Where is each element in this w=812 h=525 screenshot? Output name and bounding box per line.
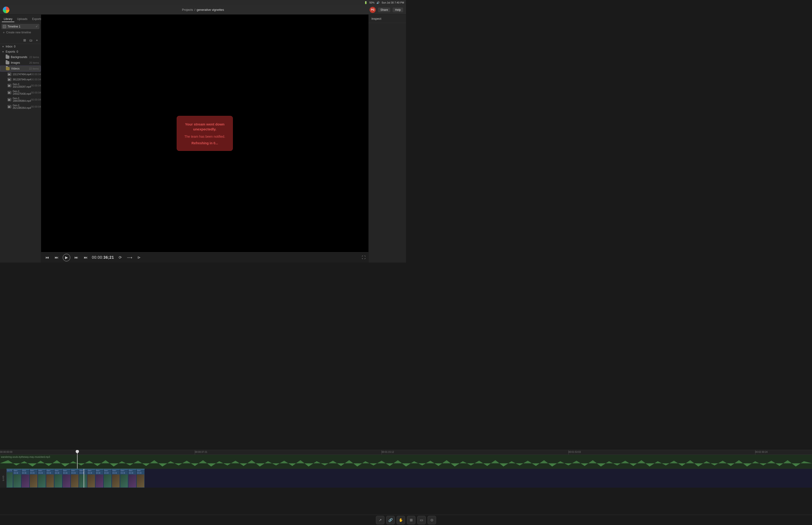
- folder-videos[interactable]: Videos 22 items: [0, 65, 41, 72]
- sidebar-tabs: Library Uploads Exports: [0, 15, 41, 22]
- project-name: generative vignettes: [197, 8, 224, 12]
- folder-videos-label: Videos: [11, 67, 19, 70]
- system-bar: 🔋 50% 🔊 Sun Jul 30 7:40 PM: [0, 0, 406, 5]
- skip-to-end-button[interactable]: ⏭: [82, 254, 89, 261]
- file-duration-4: 00:00:04: [31, 91, 41, 94]
- file-icon-5: ▶: [7, 98, 11, 101]
- grid-view-button[interactable]: ⊞: [22, 38, 27, 43]
- battery-percent: 50%: [369, 1, 374, 4]
- error-title: Your stream went downunexpectedly.: [184, 122, 225, 132]
- create-timeline-label: Create new timeline: [6, 31, 31, 34]
- preview-canvas: Your stream went downunexpectedly. The t…: [41, 15, 368, 252]
- battery-icon: 🔋: [364, 1, 367, 4]
- share-button[interactable]: Share: [378, 7, 390, 12]
- timecode-display: 00:00:36;21: [92, 255, 114, 260]
- error-refresh: Refreshing in 0...: [184, 141, 225, 145]
- timecode-current: 00:00:36;21: [92, 255, 114, 259]
- folder-images-label: Images: [11, 61, 20, 64]
- breadcrumb-separator: /: [194, 8, 195, 12]
- app-title: Projects / generative vignettes: [182, 8, 224, 12]
- breadcrumb-projects[interactable]: Projects: [182, 8, 193, 12]
- create-timeline-button[interactable]: + Create new timeline: [1, 30, 40, 35]
- play-button[interactable]: ▶: [63, 254, 70, 261]
- folder-icon-videos: [6, 67, 10, 70]
- timeline-checkmark: ✓: [35, 25, 38, 28]
- error-body: The team has been notified.: [184, 134, 225, 139]
- loop-forward-button[interactable]: ⟶: [126, 254, 133, 261]
- mute-button[interactable]: ⊳: [136, 254, 142, 261]
- file-icon-2: ▶: [7, 78, 11, 81]
- folder-view-button[interactable]: 🗂: [28, 38, 33, 43]
- datetime: Sun Jul 30 7:40 PM: [382, 1, 404, 4]
- loop-button[interactable]: ⟳: [117, 254, 123, 261]
- exports-label: Exports: [6, 50, 15, 53]
- file-icon-6: ▶: [7, 105, 11, 108]
- exports-section-header[interactable]: ▼ Exports 0: [0, 49, 41, 54]
- preview-area: Your stream went downunexpectedly. The t…: [41, 15, 368, 262]
- inbox-arrow: ▼: [2, 45, 4, 48]
- header-right: PG Share Help: [370, 7, 403, 13]
- file-name-5: Gen-2, 1880395864.mp4: [13, 97, 31, 102]
- sidebar-content: Timeline 1 ✓ + Create new timeline ⊞ 🗂 +…: [0, 22, 41, 262]
- app-logo: [3, 6, 10, 13]
- app-content: Your stream went downunexpectedly. The t…: [41, 15, 406, 262]
- timeline-icon: [3, 25, 6, 28]
- avatar: PG: [370, 7, 376, 13]
- file-duration-6: 00:00:04: [31, 105, 41, 108]
- file-1311747404[interactable]: ▶ 1311747404.mp4 00:00:04: [0, 72, 41, 77]
- error-overlay: Your stream went downunexpectedly. The t…: [177, 116, 233, 151]
- inbox-count: 0: [14, 45, 16, 48]
- tab-library[interactable]: Library: [2, 16, 14, 22]
- folder-images[interactable]: Images 20 items: [0, 60, 41, 65]
- file-icon-3: ▶: [7, 84, 11, 87]
- file-name-6: Gen-2, 2621385354.mp4: [13, 104, 31, 109]
- app-header: Projects / generative vignettes PG Share…: [0, 5, 406, 15]
- file-duration-1: 00:00:04: [31, 73, 41, 76]
- file-icon-1: ▶: [7, 73, 11, 76]
- folder-backgrounds-count: 22 items: [29, 56, 39, 59]
- add-button[interactable]: +: [34, 38, 40, 43]
- file-gen2-1880[interactable]: ▶ Gen-2, 1880395864.mp4 00:00:04: [0, 96, 41, 103]
- tab-uploads[interactable]: Uploads: [15, 16, 29, 22]
- volume-icon: 🔊: [377, 1, 380, 4]
- inbox-section-header[interactable]: ▼ Inbox 0: [0, 44, 41, 49]
- file-name-3: Gen-2, 1021169297.mp4: [13, 83, 31, 88]
- inbox-label: Inbox: [6, 45, 13, 48]
- exports-arrow: ▼: [2, 50, 4, 53]
- folder-icon-backgrounds: [6, 56, 10, 59]
- file-name-1: 1311747404.mp4: [13, 73, 31, 76]
- exports-count: 0: [17, 50, 18, 53]
- timeline-name: Timeline 1: [7, 25, 20, 28]
- sidebar: Library Uploads Exports Timeline 1 ✓ + C…: [0, 15, 41, 262]
- file-icon-4: ▶: [7, 91, 11, 94]
- file-3812287949[interactable]: ▶ 3812287949.mp4 00:00:04: [0, 77, 41, 82]
- system-bar-right: 🔋 50% 🔊 Sun Jul 30 7:40 PM: [364, 1, 404, 4]
- file-duration-2: 00:00:04: [31, 78, 41, 81]
- folder-images-count: 20 items: [29, 61, 39, 64]
- timeline-item[interactable]: Timeline 1 ✓: [1, 24, 40, 29]
- inspect-panel: Inspect: [368, 15, 406, 262]
- frame-forward-button[interactable]: ⏭: [73, 254, 80, 261]
- folder-backgrounds[interactable]: Backgrounds 22 items: [0, 54, 41, 60]
- file-duration-3: 00:00:04: [31, 84, 41, 87]
- frame-back-button[interactable]: ⏭: [53, 254, 60, 261]
- file-duration-5: 00:00:04: [31, 98, 41, 101]
- folder-videos-count: 22 items: [29, 67, 39, 70]
- inspect-header: Inspect: [369, 15, 406, 23]
- fullscreen-button[interactable]: ⛶: [362, 255, 366, 260]
- folder-backgrounds-label: Backgrounds: [11, 56, 27, 59]
- folder-icon-images: [6, 61, 10, 64]
- main-layout: Library Uploads Exports Timeline 1 ✓ + C…: [0, 15, 406, 262]
- plus-icon: +: [3, 31, 5, 34]
- top-content: Your stream went downunexpectedly. The t…: [41, 15, 406, 262]
- timeline-section: Timeline 1 ✓ + Create new timeline: [0, 22, 41, 37]
- help-button[interactable]: Help: [393, 7, 403, 12]
- file-gen2-1455[interactable]: ▶ Gen-2, 1455275430.mp4 00:00:04: [0, 89, 41, 96]
- sidebar-toolbar: ⊞ 🗂 +: [0, 37, 41, 44]
- file-gen2-1021[interactable]: ▶ Gen-2, 1021169297.mp4 00:00:04: [0, 82, 41, 89]
- skip-to-start-button[interactable]: ⏮: [44, 254, 50, 261]
- playback-bar: ⏮ ⏭ ▶ ⏭ ⏭ 00:00:36;21 ⟳ ⟶ ⊳ ⛶: [41, 252, 368, 262]
- file-name-2: 3812287949.mp4: [13, 78, 31, 81]
- file-gen2-2621[interactable]: ▶ Gen-2, 2621385354.mp4 00:00:04: [0, 103, 41, 110]
- file-name-4: Gen-2, 1455275430.mp4: [13, 90, 31, 95]
